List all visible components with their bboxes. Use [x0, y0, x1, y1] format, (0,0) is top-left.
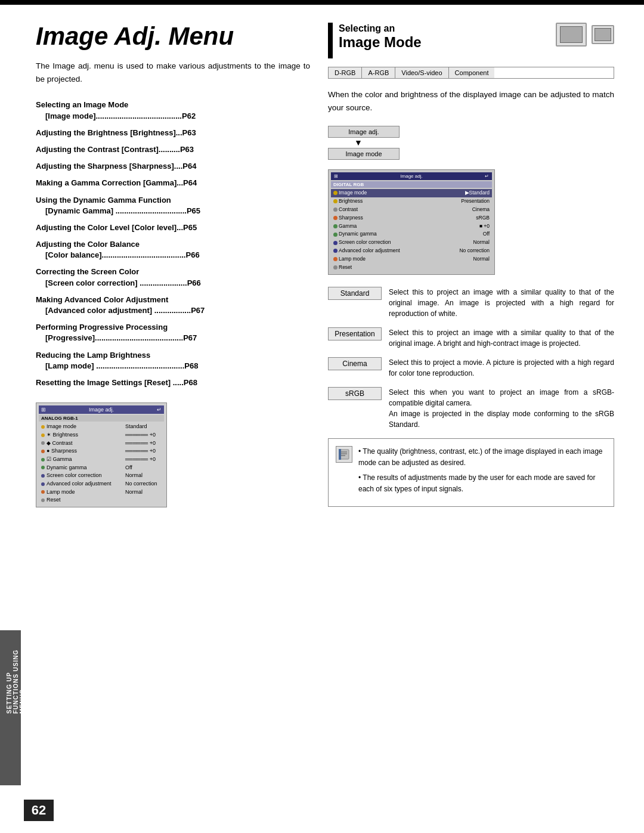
- dot-icon: [41, 490, 45, 494]
- toc-item-5: Using the Dynamic Gamma Function [Dynami…: [36, 195, 310, 216]
- dot-icon: [333, 208, 338, 212]
- menu-title-bar: ⊞ Image adj. ↵: [39, 405, 164, 414]
- dot-icon: [41, 458, 45, 462]
- dot-icon: [333, 241, 338, 245]
- note-bullet-2: The results of adjustments made by the u…: [358, 472, 606, 495]
- toc-main-9: Making Advanced Color Adjustment: [36, 295, 168, 304]
- tab-component[interactable]: Component: [449, 67, 495, 78]
- toc-main-4: Making a Gamma Correction [Gamma]...P64: [36, 178, 197, 187]
- dot-icon: [333, 265, 338, 270]
- right-column: Selecting an Image Mode D-RGB A-RGB Vide…: [328, 23, 614, 507]
- menu-screenshot-analog: ⊞ Image adj. ↵ ANALOG RGB-1 Image mode S…: [36, 402, 167, 507]
- toc-sub-7: [Color balance].........................…: [36, 250, 310, 261]
- menu-row: ☑ Gamma ══════ +0: [39, 456, 164, 464]
- menu-row: Reset: [39, 496, 164, 504]
- section-header: Selecting an Image Mode: [328, 23, 614, 58]
- menu-diagram: Image adj. ▼ Image mode: [328, 126, 614, 160]
- note-bullet-1: The quality (brightness, contrast, etc.)…: [358, 446, 606, 469]
- toc-main-11: Reducing the Lamp Brightness: [36, 351, 150, 360]
- analog-menu-table: Image mode Standard ✶ Brightness ══════ …: [39, 423, 164, 504]
- left-column: Image Adj. Menu The Image adj. menu is u…: [36, 23, 310, 507]
- toc-item-0: Selecting an Image Mode [Image mode]....…: [36, 100, 310, 121]
- monitor-icon-1: [556, 23, 587, 47]
- mode-desc-standard: Select this to project an image with a s…: [389, 287, 614, 319]
- dot-icon: [333, 216, 338, 220]
- mode-desc-cinema: Select this to project a movie. A pictur…: [389, 357, 614, 379]
- mode-option-standard: Standard Select this to project an image…: [328, 287, 614, 319]
- toc-item-1: Adjusting the Brightness [Brightness]...…: [36, 128, 310, 138]
- dot-icon: [41, 441, 45, 445]
- dot-icon: [41, 482, 45, 486]
- toc-sub-5: [Dynamic Gamma] ........................…: [36, 206, 310, 216]
- dot-icon: [41, 474, 45, 478]
- drgb-row-9: Reset: [331, 264, 492, 272]
- mode-option-srgb: sRGB Select this when you want to projec…: [328, 387, 614, 430]
- analog-label: ANALOG RGB-1: [39, 415, 164, 422]
- menu-row: ◆ Contrast ══════ +0: [39, 439, 164, 448]
- monitor-icons: [556, 23, 614, 47]
- page-title: Image Adj. Menu: [36, 23, 310, 50]
- toc-main-12: Resetting the Image Settings [Reset] ...…: [36, 378, 197, 387]
- toc-sub-0: [Image mode]............................…: [36, 111, 310, 122]
- tab-video[interactable]: Video/S-video: [395, 67, 448, 78]
- toc-item-10: Performing Progressive Processing [Progr…: [36, 322, 310, 343]
- toc-item-9: Making Advanced Color Adjustment [Advanc…: [36, 295, 310, 316]
- toc-sub-9: [Advanced color adjustment] ............…: [36, 305, 310, 316]
- dot-icon: [333, 233, 338, 237]
- drgb-row-2: Contrast Cinema: [331, 206, 492, 214]
- toc-item-3: Adjusting the Sharpness [Sharpness]....P…: [36, 161, 310, 172]
- sidebar-block: SETTING UP FUNCTIONS USING MENUS: [0, 630, 21, 785]
- menu-row: ● Sharpness ══════ +0: [39, 447, 164, 456]
- toc-main-2: Adjusting the Contrast [Contrast].......…: [36, 145, 194, 154]
- dot-icon: [41, 425, 45, 429]
- drgb-row-3: Sharpness sRGB: [331, 214, 492, 222]
- toc-sub-8: [Screen color correction] ..............…: [36, 278, 310, 289]
- drgb-row-0: Image mode ▶Standard: [331, 189, 492, 197]
- drgb-title-close: ↵: [485, 174, 489, 179]
- mode-label-presentation: Presentation: [328, 327, 382, 340]
- monitor-icon-2: [592, 25, 614, 44]
- drgb-title-bar: ⊞ Image adj. ↵: [331, 172, 492, 180]
- dot-icon: [333, 257, 338, 261]
- drgb-title-icon: ⊞: [334, 174, 338, 179]
- toc-main-10: Performing Progressive Processing: [36, 323, 168, 332]
- note-icon: [336, 446, 352, 463]
- toc-main-7: Adjusting the Color Balance: [36, 240, 140, 249]
- drgb-label: DIGITAL RGB: [331, 181, 492, 188]
- note-box: The quality (brightness, contrast, etc.)…: [328, 438, 614, 507]
- toc-main-3: Adjusting the Sharpness [Sharpness]....P…: [36, 162, 196, 171]
- drgb-row-5: Dynamic gamma Off: [331, 230, 492, 239]
- dot-icon: [333, 191, 338, 195]
- menu-row: ✶ Brightness ══════ +0: [39, 431, 164, 439]
- menu-step2: Image mode: [328, 148, 400, 160]
- mode-label-cinema: Cinema: [328, 357, 382, 370]
- drgb-title-text: Image adj.: [400, 174, 422, 179]
- drgb-screenshot: ⊞ Image adj. ↵ DIGITAL RGB Image mode ▶S…: [328, 169, 495, 275]
- mode-options-list: Standard Select this to project an image…: [328, 287, 614, 430]
- toc-list: Selecting an Image Mode [Image mode]....…: [36, 100, 310, 388]
- menu-row: Dynamic gamma Off: [39, 464, 164, 472]
- toc-item-6: Adjusting the Color Level [Color level].…: [36, 222, 310, 233]
- menu-title-close: ↵: [157, 407, 162, 413]
- toc-item-12: Resetting the Image Settings [Reset] ...…: [36, 377, 310, 388]
- toc-main-6: Adjusting the Color Level [Color level].…: [36, 223, 197, 232]
- svg-rect-4: [339, 449, 341, 460]
- tab-argb[interactable]: A-RGB: [362, 67, 395, 78]
- section-title-small: Selecting an: [339, 23, 544, 34]
- dot-icon: [41, 498, 45, 502]
- mode-label-standard: Standard: [328, 287, 382, 300]
- menu-row: Screen color correction Normal: [39, 472, 164, 480]
- toc-item-4: Making a Gamma Correction [Gamma]...P64: [36, 178, 310, 188]
- main-content: Image Adj. Menu The Image adj. menu is u…: [0, 5, 644, 525]
- section-header-text: Selecting an Image Mode: [339, 23, 544, 51]
- menu-row: Image mode Standard: [39, 423, 164, 431]
- tab-drgb[interactable]: D-RGB: [329, 67, 362, 78]
- section-header-bar: [328, 23, 333, 58]
- menu-title-icon: ⊞: [41, 407, 46, 413]
- mode-label-srgb: sRGB: [328, 387, 382, 400]
- dot-icon: [41, 433, 45, 437]
- top-bar: [0, 0, 644, 5]
- menu-arrow: ▼: [328, 138, 614, 148]
- section-title-large: Image Mode: [339, 34, 544, 51]
- mode-option-presentation: Presentation Select this to project an i…: [328, 327, 614, 349]
